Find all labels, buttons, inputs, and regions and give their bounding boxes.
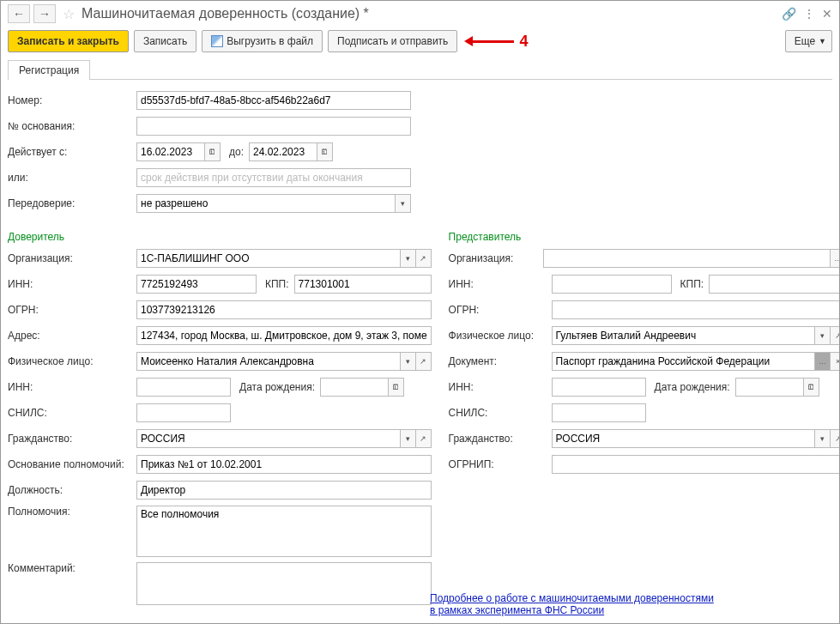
info-link-block: Подробнее о работе с машиночитаемыми дов… <box>430 592 825 616</box>
principal-address-label: Адрес: <box>8 330 136 342</box>
write-button[interactable]: Записать <box>134 30 196 52</box>
info-link[interactable]: Подробнее о работе с машиночитаемыми дов… <box>430 592 714 616</box>
principal-ogrn-label: ОГРН: <box>8 304 136 316</box>
principal-org-label: Организация: <box>8 252 136 264</box>
more-button[interactable]: Еще ▼ <box>785 30 832 52</box>
link-icon[interactable]: 🔗 <box>782 7 796 21</box>
write-and-close-button[interactable]: Записать и закрыть <box>8 30 129 52</box>
valid-from-input[interactable] <box>136 142 205 161</box>
rep-ogrnip-input[interactable] <box>552 455 840 474</box>
delegation-dropdown-icon[interactable]: ▾ <box>396 194 411 213</box>
valid-to-label: до: <box>229 146 244 158</box>
rep-kpp-label: КПП: <box>680 278 704 290</box>
rep-ogrn-label: ОГРН: <box>449 304 552 316</box>
rep-citizenship-input[interactable] <box>552 429 816 448</box>
annotation-arrow: 4 <box>471 33 528 51</box>
chevron-down-icon: ▼ <box>819 37 826 45</box>
rep-ogrnip-label: ОГРНИП: <box>449 458 552 470</box>
principal-snils-label: СНИЛС: <box>8 407 136 419</box>
rep-inn-input[interactable] <box>552 275 672 294</box>
rep-doc-label: Документ: <box>449 355 552 367</box>
number-label: Номер: <box>8 94 136 106</box>
principal-person-input[interactable] <box>136 352 401 371</box>
window-title: Машиночитаемая доверенность (создание) * <box>82 6 778 21</box>
principal-snils-input[interactable] <box>136 403 231 422</box>
rep-citizenship-dropdown-icon[interactable]: ▾ <box>815 429 831 448</box>
rep-person-input[interactable] <box>552 326 816 345</box>
principal-powers-input[interactable]: Все полномочия <box>136 506 432 557</box>
sign-and-send-button[interactable]: Подписать и отправить <box>328 30 457 52</box>
principal-basis-label: Основание полномочий: <box>8 458 136 470</box>
rep-doc-clear-icon[interactable]: × <box>831 352 840 371</box>
principal-citizenship-input[interactable] <box>136 429 401 448</box>
principal-person-label: Физическое лицо: <box>8 355 136 367</box>
principal-dob-calendar-icon[interactable]: 🗓 <box>389 378 404 397</box>
principal-person-open-icon[interactable]: ↗ <box>416 352 432 371</box>
comment-input[interactable] <box>136 562 432 605</box>
rep-snils-input[interactable] <box>552 403 646 422</box>
principal-dob-label: Дата рождения: <box>239 381 315 393</box>
more-menu-icon[interactable]: ⋮ <box>803 7 815 21</box>
rep-snils-label: СНИЛС: <box>449 407 552 419</box>
export-icon <box>211 35 227 48</box>
principal-inn-input[interactable] <box>136 275 257 294</box>
rep-inn2-label: ИНН: <box>449 381 552 393</box>
principal-position-label: Должность: <box>8 484 136 496</box>
rep-inn-label: ИНН: <box>449 278 552 290</box>
tab-registration[interactable]: Регистрация <box>8 60 90 80</box>
principal-header: Доверитель <box>8 231 432 243</box>
principal-person-dropdown-icon[interactable]: ▾ <box>401 352 416 371</box>
rep-org-label: Организация: <box>449 252 543 264</box>
principal-org-dropdown-icon[interactable]: ▾ <box>401 249 416 268</box>
rep-person-dropdown-icon[interactable]: ▾ <box>815 326 831 345</box>
delegation-input[interactable] <box>136 194 396 213</box>
rep-citizenship-label: Гражданство: <box>449 433 552 445</box>
principal-inn2-label: ИНН: <box>8 381 136 393</box>
principal-dob-input[interactable] <box>320 378 389 397</box>
close-icon[interactable]: ✕ <box>822 7 832 21</box>
principal-inn-label: ИНН: <box>8 278 136 290</box>
rep-org-select-icon[interactable]: … <box>831 249 840 268</box>
valid-to-input[interactable] <box>249 142 317 161</box>
principal-citizenship-open-icon[interactable]: ↗ <box>416 429 432 448</box>
nav-back-button[interactable]: ← <box>8 4 30 23</box>
principal-citizenship-dropdown-icon[interactable]: ▾ <box>401 429 416 448</box>
basis-number-input[interactable] <box>136 117 411 136</box>
rep-dob-input[interactable] <box>735 378 804 397</box>
rep-ogrn-input[interactable] <box>552 300 840 319</box>
principal-address-input[interactable] <box>136 326 432 345</box>
annotation-number: 4 <box>519 33 528 51</box>
rep-person-label: Физическое лицо: <box>449 330 552 342</box>
principal-org-input[interactable] <box>136 249 401 268</box>
principal-kpp-label: КПП: <box>265 278 289 290</box>
principal-inn2-input[interactable] <box>136 378 231 397</box>
rep-doc-input[interactable] <box>552 352 816 371</box>
principal-basis-input[interactable] <box>136 455 432 474</box>
rep-dob-label: Дата рождения: <box>655 381 730 393</box>
rep-dob-calendar-icon[interactable]: 🗓 <box>804 378 819 397</box>
term-input[interactable] <box>136 168 411 187</box>
rep-org-input[interactable] <box>543 249 831 268</box>
representative-header: Представитель <box>449 231 840 243</box>
or-label: или: <box>8 172 136 184</box>
favorite-star-icon[interactable]: ☆ <box>63 6 75 22</box>
rep-kpp-input[interactable] <box>709 275 840 294</box>
rep-person-open-icon[interactable]: ↗ <box>831 326 840 345</box>
rep-citizenship-open-icon[interactable]: ↗ <box>831 429 840 448</box>
rep-doc-select-icon[interactable]: … <box>815 352 831 371</box>
principal-ogrn-input[interactable] <box>136 300 432 319</box>
basis-number-label: № основания: <box>8 120 136 132</box>
principal-org-open-icon[interactable]: ↗ <box>416 249 432 268</box>
rep-inn2-input[interactable] <box>552 378 646 397</box>
valid-from-calendar-icon[interactable]: 🗓 <box>205 142 221 161</box>
export-to-file-button[interactable]: Выгрузить в файл <box>202 30 323 52</box>
principal-position-input[interactable] <box>136 481 432 500</box>
comment-label: Комментарий: <box>8 562 136 574</box>
valid-to-calendar-icon[interactable]: 🗓 <box>317 142 333 161</box>
valid-from-label: Действует с: <box>8 146 136 158</box>
delegation-label: Передоверие: <box>8 197 136 209</box>
number-input[interactable] <box>136 91 411 110</box>
principal-citizenship-label: Гражданство: <box>8 433 136 445</box>
nav-forward-button[interactable]: → <box>33 4 56 23</box>
principal-kpp-input[interactable] <box>294 275 432 294</box>
